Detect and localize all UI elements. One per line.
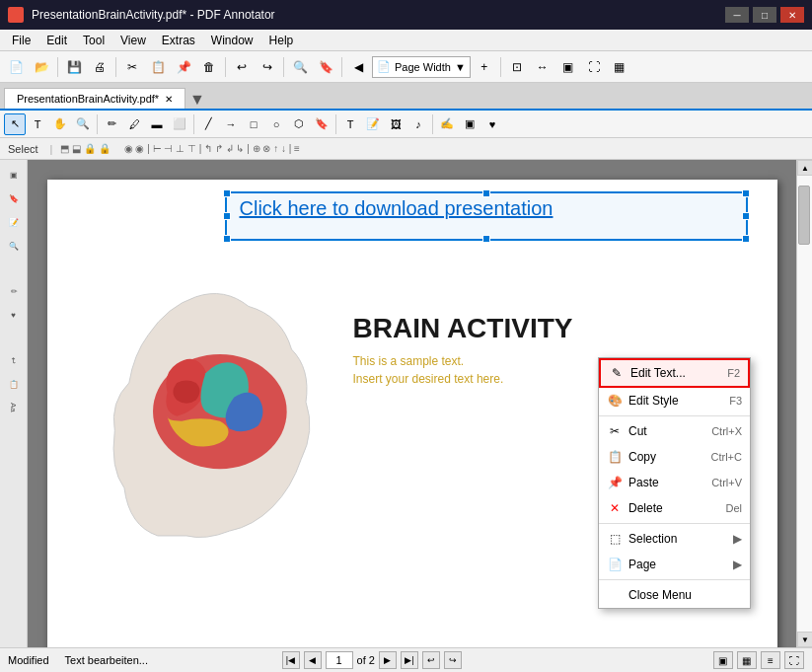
menu-extras[interactable]: Extras (154, 32, 203, 49)
continuous-view-button[interactable]: ≡ (761, 651, 780, 669)
menu-view[interactable]: View (112, 32, 154, 49)
left-tool2[interactable]: ♥ (3, 304, 25, 326)
next-page-button[interactable]: ▶ (379, 651, 397, 669)
sep7 (97, 114, 98, 134)
page-number-input[interactable] (326, 651, 353, 669)
hand-tool-button[interactable]: ✋ (49, 113, 71, 135)
stamp-button[interactable]: 🔖 (314, 55, 337, 79)
single-page-view-button[interactable]: ▣ (713, 651, 733, 669)
freehand-button[interactable]: ✏ (101, 113, 122, 135)
ctx-sep3 (599, 579, 750, 580)
grid-button[interactable]: ▦ (608, 55, 631, 79)
sep4 (283, 57, 284, 77)
polygon-button[interactable]: ⬡ (288, 113, 310, 135)
save-button[interactable]: 💾 (62, 55, 86, 79)
fit-width-button[interactable]: ↔ (531, 55, 554, 79)
image-button[interactable]: 🖼 (385, 113, 406, 135)
menu-tool[interactable]: Tool (75, 32, 112, 49)
menu-bar: File Edit Tool View Extras Window Help (0, 30, 812, 51)
full-screen-status-button[interactable]: ⛶ (784, 651, 804, 669)
cut-tb-button[interactable]: ✂ (120, 55, 144, 79)
favorites-button[interactable]: ♥ (481, 113, 503, 135)
redo-button[interactable]: ↪ (256, 55, 279, 79)
highlight-button[interactable]: 🖊 (123, 113, 145, 135)
ctx-paste-shortcut: Ctrl+V (711, 477, 742, 488)
ctx-page-label: Page (628, 558, 656, 571)
maximize-button[interactable]: □ (753, 7, 776, 23)
menu-help[interactable]: Help (261, 32, 302, 49)
sep5 (341, 57, 342, 77)
last-page-button[interactable]: ▶| (401, 651, 418, 669)
search-button[interactable]: 🔍 (288, 55, 312, 79)
page-width-dropdown[interactable]: 📄 Page Width ▼ (372, 56, 471, 78)
undo-button[interactable]: ↩ (230, 55, 254, 79)
close-button[interactable]: ✕ (780, 7, 804, 23)
ctx-copy[interactable]: 📋 Copy Ctrl+C (599, 444, 750, 470)
pdf-tab[interactable]: PresentationBrainActivity.pdf* ✕ (4, 88, 185, 109)
text-box-button[interactable]: T (339, 113, 361, 135)
pages-panel-button[interactable]: ▣ (3, 164, 25, 186)
forward-nav-button[interactable]: ↪ (444, 651, 462, 669)
bookmarks-panel-button[interactable]: 🔖 (3, 187, 25, 209)
left-tool1[interactable]: ✏ (3, 280, 25, 302)
menu-window[interactable]: Window (203, 32, 261, 49)
sound-button[interactable]: ♪ (407, 113, 429, 135)
left-tool5[interactable]: Aa (3, 397, 25, 418)
stamp2-button[interactable]: 🔖 (311, 113, 332, 135)
ctx-edit-text-label: Edit Text... (630, 366, 686, 380)
signature-button[interactable]: ✍ (436, 113, 458, 135)
ctx-cut[interactable]: ✂ Cut Ctrl+X (599, 418, 750, 444)
stamp3-button[interactable]: ▣ (459, 113, 480, 135)
ctx-close-menu[interactable]: Close Menu (599, 582, 750, 608)
pdf-area[interactable]: Click here to download presentation (28, 160, 796, 647)
first-page-button[interactable]: |◀ (282, 651, 300, 669)
underline-button[interactable]: ▬ (146, 113, 168, 135)
left-tool4[interactable]: 📋 (3, 373, 25, 395)
prev-page-button[interactable]: ◀ (304, 651, 322, 669)
new-tab-button[interactable]: ▼ (189, 91, 205, 109)
scroll-down-button[interactable]: ▼ (797, 632, 812, 647)
sticky-note-button[interactable]: 📝 (362, 113, 384, 135)
ctx-selection[interactable]: ⬚ Selection ▶ (599, 526, 750, 552)
scroll-up-button[interactable]: ▲ (797, 160, 812, 176)
zoom-tool-button[interactable]: 🔍 (72, 113, 94, 135)
ctx-edit-text[interactable]: ✎ Edit Text... F2 (599, 358, 750, 388)
two-page-view-button[interactable]: ▦ (737, 651, 757, 669)
annotations-panel-button[interactable]: 📝 (3, 211, 25, 233)
ellipse-button[interactable]: ○ (265, 113, 287, 135)
copy-tb-button[interactable]: 📋 (146, 55, 170, 79)
line-button[interactable]: ╱ (197, 113, 219, 135)
ctx-page[interactable]: 📄 Page ▶ (599, 552, 750, 577)
scroll-track[interactable] (797, 176, 812, 632)
rect-button[interactable]: □ (243, 113, 264, 135)
two-page-button[interactable]: ▣ (556, 55, 580, 79)
back-nav-button[interactable]: ↩ (422, 651, 440, 669)
menu-file[interactable]: File (4, 32, 38, 49)
ctx-close-menu-label: Close Menu (628, 588, 692, 602)
left-tool3[interactable]: ↩ (3, 349, 25, 371)
menu-edit[interactable]: Edit (38, 32, 75, 49)
handle-mr (742, 212, 750, 220)
tab-close-button[interactable]: ✕ (165, 94, 173, 105)
open-button[interactable]: 📂 (30, 55, 53, 79)
save-as-button[interactable]: 🖨 (88, 55, 111, 79)
search-panel-button[interactable]: 🔍 (3, 235, 25, 257)
ctx-paste[interactable]: 📌 Paste Ctrl+V (599, 470, 750, 495)
ctx-edit-style[interactable]: 🎨 Edit Style F3 (599, 388, 750, 413)
selection-ctx-icon: ⬚ (607, 531, 623, 547)
text-select-button[interactable]: T (27, 113, 48, 135)
paste-tb-button[interactable]: 📌 (172, 55, 195, 79)
scroll-thumb[interactable] (798, 186, 810, 245)
nav-prev-button[interactable]: ◀ (346, 55, 370, 79)
new-button[interactable]: 📄 (4, 55, 28, 79)
minimize-button[interactable]: ─ (725, 7, 749, 23)
status-bar: Modified Text bearbeiten... |◀ ◀ of 2 ▶ … (0, 647, 812, 672)
eraser-button[interactable]: ⬜ (169, 113, 190, 135)
arrow-button[interactable]: → (220, 113, 242, 135)
zoom-in-button[interactable]: + (473, 55, 496, 79)
select-tool-button[interactable]: ↖ (4, 113, 26, 135)
delete-tb-button[interactable]: 🗑 (197, 55, 221, 79)
fit-page-button[interactable]: ⊡ (505, 55, 529, 79)
ctx-delete[interactable]: ✕ Delete Del (599, 495, 750, 521)
fullscreen-button[interactable]: ⛶ (582, 55, 606, 79)
